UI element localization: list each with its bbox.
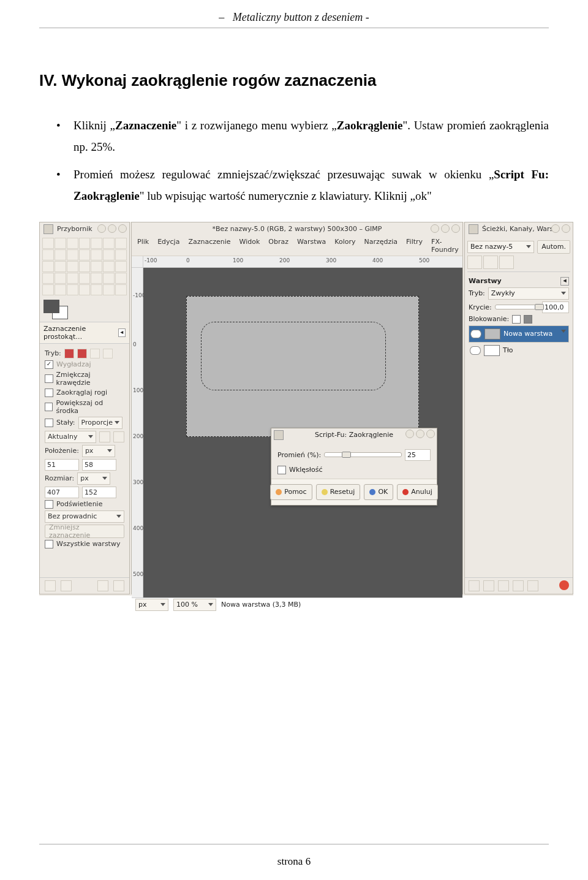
mode-icon[interactable] [77,349,87,358]
tool-icon[interactable] [91,249,102,260]
paths-tab-icon[interactable] [499,256,514,269]
guides-select[interactable]: Bez prowadnic [45,510,124,523]
image-select[interactable]: Bez nazwy-5 [467,241,534,253]
reset-button[interactable]: Resetuj [316,484,361,500]
maximize-icon[interactable] [441,224,450,233]
footer-icon[interactable] [45,580,56,591]
anchor-layer-icon[interactable] [527,580,538,591]
mode-icon[interactable] [90,349,100,358]
portrait-icon[interactable] [99,431,110,442]
lock-pixels-checkbox[interactable] [512,315,521,324]
tool-icon[interactable] [103,261,115,272]
tool-icon[interactable] [115,273,127,284]
pos-y-input[interactable]: 58 [82,459,116,471]
layer-item-selected[interactable]: Nowa warstwa [469,325,569,343]
pos-x-input[interactable]: 51 [45,459,79,471]
tool-icon[interactable] [42,284,54,295]
footer-icon[interactable] [113,580,124,591]
canvas-titlebar[interactable]: *Bez nazwy-5.0 (RGB, 2 warstwy) 500x300 … [132,222,462,236]
tool-icon[interactable] [79,284,91,295]
tool-icon[interactable] [79,249,91,260]
auto-button[interactable]: Autom. [537,240,570,254]
close-icon[interactable] [562,224,570,233]
menu-item[interactable]: Edycja [156,237,181,254]
tool-icon[interactable] [91,284,102,295]
menu-item[interactable]: Plik [135,237,151,254]
menu-item[interactable]: Narzędzia [362,237,399,254]
opacity-slider[interactable] [495,305,539,309]
tool-icon[interactable] [42,261,54,272]
menu-item[interactable]: Kolory [333,237,357,254]
expand-checkbox[interactable] [45,403,53,411]
tool-icon[interactable] [79,273,91,284]
footer-icon[interactable] [97,580,108,591]
fixed-select[interactable]: Proporcje [78,417,123,429]
tool-icon[interactable] [55,261,66,272]
tool-icon[interactable] [103,238,115,249]
tool-icon[interactable] [67,249,78,260]
radius-slider[interactable] [324,452,402,457]
fixed-checkbox[interactable] [45,419,53,427]
minimize-icon[interactable] [551,224,560,233]
delete-layer-icon[interactable] [559,580,569,590]
slider-knob[interactable] [342,452,351,458]
feather-checkbox[interactable] [45,374,53,383]
tool-icon[interactable] [91,238,102,249]
tool-options-header[interactable]: Zaznaczenie prostokąt… ◂ [40,322,129,344]
minimize-icon[interactable] [431,224,439,233]
tool-icon[interactable] [55,284,66,295]
tool-icon[interactable] [42,238,54,249]
tool-icon[interactable] [67,238,78,249]
tool-icon[interactable] [103,273,115,284]
zoom-select[interactable]: 100 % [173,599,216,611]
visibility-icon[interactable] [470,330,481,338]
menu-item[interactable]: Widok [238,237,262,254]
tool-icon[interactable] [91,261,102,272]
slider-knob[interactable] [535,304,544,310]
close-icon[interactable] [426,430,435,438]
close-icon[interactable] [451,224,460,233]
help-button[interactable]: Pomoc [270,484,312,500]
all-layers-checkbox[interactable] [45,540,53,548]
menu-item[interactable]: Obraz [266,237,290,254]
minimize-icon[interactable] [405,430,414,438]
visibility-icon[interactable] [470,346,481,355]
tool-icon[interactable] [67,273,78,284]
menu-item[interactable]: Warstwa [295,237,328,254]
tool-icon[interactable] [103,284,115,295]
minimize-icon[interactable] [97,224,106,233]
mode-icon[interactable] [64,349,74,358]
tool-icon[interactable] [42,273,54,284]
dock-titlebar[interactable]: Ścieżki, Kanały, Wars... [465,222,573,236]
toolbox-titlebar[interactable]: Przybornik [40,222,129,236]
fg-bg-colors[interactable] [43,300,70,322]
mode-icon[interactable] [103,349,113,358]
tool-icon[interactable] [115,249,127,260]
layers-tab-icon[interactable] [467,256,482,269]
tool-icon[interactable] [115,238,127,249]
menu-item[interactable]: Filtry [404,237,424,254]
ok-button[interactable]: OK [364,484,393,500]
layer-item[interactable]: Tło [469,343,569,358]
tool-icon[interactable] [67,261,78,272]
tool-icon[interactable] [79,261,91,272]
unit-select[interactable]: px [82,445,115,457]
menu-item[interactable]: FX-Foundry [429,237,461,254]
maximize-icon[interactable] [416,430,424,438]
opacity-input[interactable]: 100,0 [542,302,569,313]
raise-layer-icon[interactable] [483,580,494,591]
fg-color[interactable] [43,300,59,313]
aspect-input[interactable]: Aktualny [45,431,96,443]
width-input[interactable]: 407 [45,487,79,498]
landscape-icon[interactable] [113,431,124,442]
tool-icon[interactable] [115,284,127,295]
unit-select[interactable]: px [77,472,110,485]
tool-icon[interactable] [103,249,115,260]
close-icon[interactable] [118,224,127,233]
concave-checkbox[interactable] [277,466,286,474]
cancel-button[interactable]: Anuluj [397,484,438,500]
tool-icon[interactable] [67,284,78,295]
menu-item[interactable]: Zaznaczenie [186,237,232,254]
radius-input[interactable]: 25 [405,449,431,461]
maximize-icon[interactable] [108,224,116,233]
